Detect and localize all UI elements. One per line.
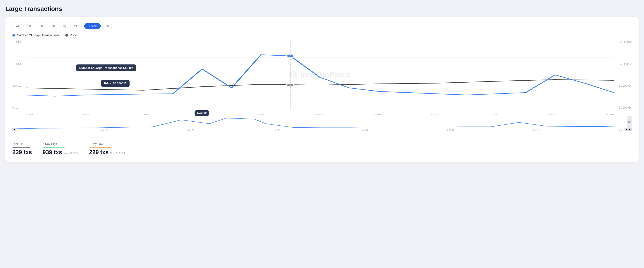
legend-item-transactions: Number Of Large Transactions <box>12 34 59 37</box>
stat-last-24h: Last 24h 229 txs <box>12 142 32 156</box>
y-axis-right: $0.000040 $0.000032 $0.000024 $0.000016 <box>614 40 632 109</box>
chart-inner: IntoTheBlock <box>26 40 614 109</box>
nav-left-arrow[interactable]: ◀ <box>624 128 628 131</box>
stat-label-24h: Last 24h <box>12 142 32 146</box>
chart-legend: Number Of Large Transactions Price <box>12 34 632 37</box>
stat-bar-low <box>89 147 111 148</box>
stat-7day-low: 7-Day Low 229 txsNov 27 2024 <box>89 142 125 156</box>
tooltip-date: Nov 12 <box>194 110 209 116</box>
stat-label-low: 7-Day Low <box>89 142 125 146</box>
mini-chart-area: Jan '21 Jul '21 Jan '22 Jul '22 Jan '23 … <box>12 116 632 131</box>
stat-7day-high: 7-Day High 939 txsNov 23 2024 <box>42 142 78 156</box>
nav-far-left-arrow[interactable]: ◀ <box>12 128 16 131</box>
nav-right-arrow[interactable]: ▶ <box>628 128 632 131</box>
stats-row: Last 24h 229 txs 7-Day High 939 txsNov 2… <box>12 138 632 156</box>
y-axis-left: 1.8k txs 1.2k txs 600 txs 0 txs <box>12 40 26 109</box>
time-filter-group: 7d1m3m6m1yYTDCustomAll <box>12 23 632 29</box>
filter-btn-1y[interactable]: 1y <box>60 23 69 29</box>
filter-btn-all[interactable]: All <box>102 23 112 29</box>
legend-dot-price <box>65 34 68 36</box>
main-card: 7d1m3m6m1yYTDCustomAll Number Of Large T… <box>5 17 639 162</box>
filter-btn-7d[interactable]: 7d <box>12 23 22 29</box>
scrollbar-handle[interactable] <box>627 116 632 128</box>
main-chart-area: 1.8k txs 1.2k txs 600 txs 0 txs $0.00004… <box>12 40 632 116</box>
filter-btn-custom[interactable]: Custom <box>84 23 101 29</box>
chart-svg <box>26 40 614 109</box>
filter-btn-ytd[interactable]: YTD <box>70 23 83 29</box>
filter-btn-1m[interactable]: 1m <box>24 23 34 29</box>
stat-value-low: 229 txsNov 27 2024 <box>89 149 125 156</box>
legend-label-price: Price <box>70 34 77 37</box>
x-axis: 6. Nov 8. Nov 10. Nov 12. Nov Nov 12 14.… <box>26 113 614 116</box>
page-title: Large Transactions <box>5 5 639 12</box>
mini-x-axis: Jan '21 Jul '21 Jan '22 Jul '22 Jan '23 … <box>14 129 626 131</box>
stat-bar-24h <box>12 147 30 148</box>
stat-value-high: 939 txsNov 23 2024 <box>42 149 78 156</box>
filter-btn-3m[interactable]: 3m <box>36 23 46 29</box>
stat-label-high: 7-Day High <box>42 142 78 146</box>
stat-value-24h: 229 txs <box>12 149 32 156</box>
legend-dot-transactions <box>12 34 15 36</box>
nav-arrows: ◀ ▶ <box>624 128 632 131</box>
filter-btn-6m[interactable]: 6m <box>48 23 58 29</box>
stat-bar-high <box>42 147 65 148</box>
legend-label-transactions: Number Of Large Transactions <box>17 34 59 37</box>
legend-item-price: Price <box>65 34 77 37</box>
